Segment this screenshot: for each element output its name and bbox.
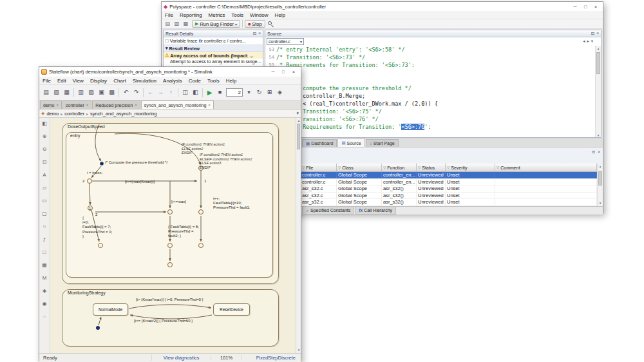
minimize-icon[interactable]: ─ (570, 3, 580, 11)
separator[interactable] (118, 88, 119, 97)
menu-item[interactable]: Tools (228, 12, 247, 18)
fit-view-icon[interactable]: ⊡ (41, 158, 49, 166)
scroll-up-icon[interactable]: ▴ (598, 164, 603, 169)
run-icon[interactable]: ▶ (205, 88, 214, 97)
scroll-up-icon[interactable]: ▴ (296, 118, 301, 124)
stateflow-titlebar[interactable]: Stateflow (chart) demo/controller/synch_… (39, 67, 301, 77)
column-header[interactable]: ▽Status (417, 164, 446, 171)
close-tab-icon[interactable]: × (57, 103, 59, 107)
checkbox-icon[interactable]: ☐ (165, 39, 169, 44)
tab-demo[interactable]: demo× (40, 100, 62, 109)
filter-icon[interactable]: ▽ (302, 166, 305, 169)
close-tab-icon[interactable]: × (135, 103, 137, 107)
polyspace-titlebar[interactable]: ◆ Polyspace - controller C:\Demos\MBD\pr… (162, 2, 603, 11)
matlab-function-icon[interactable]: M (41, 274, 49, 282)
filter-icon[interactable]: ▽ (338, 166, 341, 169)
column-header[interactable]: ▽Function (382, 164, 417, 171)
close-icon[interactable]: × (289, 68, 299, 76)
back-icon[interactable]: ← (146, 88, 155, 97)
open-icon[interactable]: ▧ (52, 88, 61, 97)
close-panel-icon[interactable]: × (258, 31, 261, 36)
filter-icon[interactable]: ▽ (418, 166, 421, 169)
source-scrollbar[interactable]: ▴ ▾ (595, 46, 601, 138)
box-icon[interactable]: □ (41, 248, 49, 256)
state-icon[interactable]: ▢ (41, 209, 49, 218)
paste-icon[interactable]: ▩ (107, 88, 117, 97)
column-header[interactable]: ▽Comment (495, 164, 597, 171)
scroll-right-icon[interactable]: ▸ (587, 39, 589, 44)
result-review-section[interactable]: ▾ Result Review (164, 45, 263, 52)
zoom-in-icon[interactable]: ⊕ (41, 132, 49, 140)
copy-icon[interactable]: ▣ (97, 88, 106, 97)
close-panel-icon[interactable]: × (598, 149, 600, 164)
model-explorer-icon[interactable]: ◫ (180, 88, 190, 97)
area-icon[interactable]: ▭ (41, 196, 49, 205)
menu-item[interactable]: Window (247, 12, 271, 18)
hide-browser-icon[interactable]: ◧ (41, 119, 49, 128)
float-panel-icon[interactable]: ⊡ (591, 31, 594, 36)
separator[interactable] (202, 88, 203, 97)
menu-item[interactable]: View (70, 78, 87, 84)
search-icon[interactable] (267, 21, 274, 28)
breadcrumb-item[interactable]: demo (46, 111, 59, 117)
save-icon[interactable]: ▦ (62, 88, 71, 97)
menu-item[interactable]: Simulation (129, 78, 160, 84)
tab-list-icon[interactable]: ▾ (591, 39, 593, 44)
run-bug-finder-button[interactable]: ▶ Run Bug Finder ▾ (192, 20, 240, 28)
breadcrumb-item[interactable]: controller (64, 111, 84, 117)
save-project-icon[interactable]: ▦ (182, 20, 190, 28)
menu-item[interactable]: Display (87, 78, 110, 84)
tab-dashboard[interactable]: ▦Dashboard (302, 139, 337, 147)
print-icon[interactable]: ▥ (76, 88, 86, 97)
float-panel-icon[interactable]: ⊡ (253, 31, 256, 36)
scroll-down-icon[interactable]: ▾ (296, 347, 301, 353)
zoom-out-icon[interactable]: ⊖ (41, 145, 49, 153)
image-icon[interactable]: ▱ (41, 184, 49, 192)
open-project-icon[interactable]: ▧ (173, 20, 181, 28)
separator[interactable] (73, 88, 74, 97)
tab-controller[interactable]: controller× (62, 100, 91, 109)
sim-stop-time-field[interactable]: 2 (226, 88, 243, 97)
maximize-icon[interactable]: □ (278, 68, 289, 76)
results-scrollbar[interactable]: ▴ ▾ (597, 164, 603, 206)
column-header[interactable]: ▽Class (337, 164, 382, 171)
menu-item[interactable]: Help (272, 12, 289, 18)
library-browser-icon[interactable]: ◧ (191, 88, 200, 97)
breadcrumb-dropdown-icon[interactable]: ▾ (296, 111, 299, 116)
fx-file-label[interactable]: controller.c / contro... (204, 39, 246, 43)
menu-item[interactable]: Analysis (160, 78, 185, 84)
menu-item[interactable]: File (39, 78, 54, 84)
selected-token[interactable]: <S6>:76 (401, 124, 424, 130)
close-tab-icon[interactable]: × (208, 103, 211, 107)
menu-item[interactable]: File (162, 12, 176, 18)
scrollbar-thumb[interactable] (596, 52, 600, 74)
tab-synch-and-asynch-monitoring[interactable]: synch_and_asynch_monitoring× (141, 100, 214, 109)
mode-dropdown-icon[interactable]: ▾ (244, 88, 254, 97)
build-icon[interactable]: ⊞ (265, 88, 274, 97)
close-icon[interactable]: × (591, 3, 601, 11)
scroll-down-icon[interactable]: ▾ (598, 200, 603, 206)
tab-call-hierarchy[interactable]: fxCall Hierarchy (355, 207, 396, 214)
float-panel-icon[interactable]: ⊡ (592, 149, 595, 164)
chart-icon[interactable]: ◈ (41, 287, 49, 295)
canvas-scrollbar[interactable]: ▴ ▾ (296, 118, 301, 353)
column-header[interactable]: ▽File (301, 164, 337, 171)
scroll-up-icon[interactable]: ▴ (596, 46, 601, 52)
filter-icon[interactable]: ▽ (447, 166, 450, 169)
undo-icon[interactable]: ↶ (121, 88, 131, 97)
maximize-icon[interactable]: □ (580, 3, 591, 11)
junction-icon[interactable]: ○ (41, 222, 49, 231)
minimize-icon[interactable]: ─ (268, 68, 278, 76)
chart-canvas[interactable]: DoseOutputSpeed entry MonitoringStrategy… (50, 118, 296, 353)
new-project-icon[interactable]: ▤ (164, 20, 172, 28)
separator[interactable] (178, 88, 178, 97)
annotation-icon[interactable]: A (41, 171, 49, 179)
scroll-left-icon[interactable]: ◂ (583, 39, 585, 44)
tab-specified-constants[interactable]: ✓Specified Constants (302, 207, 354, 214)
redo-icon[interactable]: ↷ (131, 88, 141, 97)
filter-icon[interactable]: ▽ (497, 166, 499, 169)
new-icon[interactable]: ▤ (41, 88, 51, 97)
warning-row[interactable]: ⚠ Array access out of bounds (Impact: ..… (164, 52, 263, 59)
menu-item[interactable]: Tools (204, 78, 223, 84)
menu-item[interactable]: Metrics (205, 12, 229, 18)
